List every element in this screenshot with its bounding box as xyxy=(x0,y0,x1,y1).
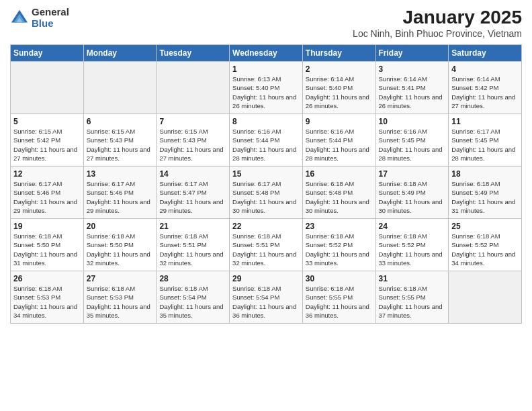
day-number: 26 xyxy=(13,274,81,283)
day-number: 9 xyxy=(306,117,373,126)
table-row: 31Sunrise: 6:18 AM Sunset: 5:55 PM Dayli… xyxy=(375,271,449,324)
calendar-header-row: Sunday Monday Tuesday Wednesday Thursday… xyxy=(11,45,522,62)
table-row: 12Sunrise: 6:17 AM Sunset: 5:46 PM Dayli… xyxy=(11,167,84,219)
header-monday: Monday xyxy=(83,45,157,62)
table-row: 4Sunrise: 6:14 AM Sunset: 5:42 PM Daylig… xyxy=(449,62,522,114)
day-number: 18 xyxy=(451,169,519,179)
day-detail: Sunrise: 6:17 AM Sunset: 5:46 PM Dayligh… xyxy=(87,179,154,215)
table-row: 3Sunrise: 6:14 AM Sunset: 5:41 PM Daylig… xyxy=(375,62,449,114)
day-detail: Sunrise: 6:14 AM Sunset: 5:42 PM Dayligh… xyxy=(451,75,519,110)
table-row: 5Sunrise: 6:15 AM Sunset: 5:42 PM Daylig… xyxy=(11,114,84,167)
day-number: 15 xyxy=(232,169,300,179)
table-row: 16Sunrise: 6:18 AM Sunset: 5:48 PM Dayli… xyxy=(302,167,375,219)
table-row xyxy=(449,271,522,324)
day-number: 19 xyxy=(13,222,81,231)
table-row: 1Sunrise: 6:13 AM Sunset: 5:40 PM Daylig… xyxy=(230,62,303,114)
table-row: 29Sunrise: 6:18 AM Sunset: 5:54 PM Dayli… xyxy=(230,271,303,324)
header-thursday: Thursday xyxy=(302,45,375,62)
table-row: 2Sunrise: 6:14 AM Sunset: 5:40 PM Daylig… xyxy=(302,62,375,114)
day-number: 23 xyxy=(306,222,373,231)
day-detail: Sunrise: 6:18 AM Sunset: 5:51 PM Dayligh… xyxy=(232,232,300,267)
table-row: 13Sunrise: 6:17 AM Sunset: 5:46 PM Dayli… xyxy=(83,167,157,219)
day-number: 31 xyxy=(379,274,446,283)
day-number: 30 xyxy=(306,274,373,283)
header-sunday: Sunday xyxy=(11,45,84,62)
calendar-week-row: 26Sunrise: 6:18 AM Sunset: 5:53 PM Dayli… xyxy=(11,271,522,324)
table-row xyxy=(157,62,230,114)
day-detail: Sunrise: 6:15 AM Sunset: 5:42 PM Dayligh… xyxy=(13,127,81,163)
header-saturday: Saturday xyxy=(449,45,522,62)
day-number: 12 xyxy=(13,169,81,179)
day-detail: Sunrise: 6:18 AM Sunset: 5:51 PM Dayligh… xyxy=(159,232,226,267)
day-detail: Sunrise: 6:15 AM Sunset: 5:43 PM Dayligh… xyxy=(159,127,226,163)
day-number: 1 xyxy=(232,64,300,74)
header-tuesday: Tuesday xyxy=(157,45,230,62)
day-number: 27 xyxy=(87,274,154,283)
table-row: 7Sunrise: 6:15 AM Sunset: 5:43 PM Daylig… xyxy=(157,114,230,167)
day-number: 14 xyxy=(159,169,226,179)
day-number: 17 xyxy=(379,169,446,179)
table-row: 10Sunrise: 6:16 AM Sunset: 5:45 PM Dayli… xyxy=(375,114,449,167)
calendar-week-row: 1Sunrise: 6:13 AM Sunset: 5:40 PM Daylig… xyxy=(11,62,522,114)
table-row: 8Sunrise: 6:16 AM Sunset: 5:44 PM Daylig… xyxy=(230,114,303,167)
day-number: 10 xyxy=(379,117,446,126)
calendar-table: Sunday Monday Tuesday Wednesday Thursday… xyxy=(10,44,522,324)
table-row: 9Sunrise: 6:16 AM Sunset: 5:44 PM Daylig… xyxy=(302,114,375,167)
day-detail: Sunrise: 6:18 AM Sunset: 5:54 PM Dayligh… xyxy=(159,284,226,320)
day-detail: Sunrise: 6:18 AM Sunset: 5:53 PM Dayligh… xyxy=(87,284,154,320)
day-detail: Sunrise: 6:18 AM Sunset: 5:48 PM Dayligh… xyxy=(306,179,373,215)
day-detail: Sunrise: 6:18 AM Sunset: 5:53 PM Dayligh… xyxy=(13,284,81,320)
table-row: 27Sunrise: 6:18 AM Sunset: 5:53 PM Dayli… xyxy=(83,271,157,324)
table-row: 25Sunrise: 6:18 AM Sunset: 5:52 PM Dayli… xyxy=(449,219,522,271)
day-detail: Sunrise: 6:18 AM Sunset: 5:50 PM Dayligh… xyxy=(13,232,81,267)
day-number: 21 xyxy=(159,222,226,231)
day-detail: Sunrise: 6:18 AM Sunset: 5:52 PM Dayligh… xyxy=(379,232,446,267)
day-number: 16 xyxy=(306,169,373,179)
page: General Blue January 2025 Loc Ninh, Binh… xyxy=(0,0,532,411)
day-detail: Sunrise: 6:13 AM Sunset: 5:40 PM Dayligh… xyxy=(232,75,300,110)
day-detail: Sunrise: 6:17 AM Sunset: 5:46 PM Dayligh… xyxy=(13,179,81,215)
header-friday: Friday xyxy=(375,45,449,62)
logo-icon xyxy=(10,9,29,28)
day-detail: Sunrise: 6:18 AM Sunset: 5:55 PM Dayligh… xyxy=(306,284,373,320)
calendar-week-row: 19Sunrise: 6:18 AM Sunset: 5:50 PM Dayli… xyxy=(11,219,522,271)
table-row xyxy=(11,62,84,114)
day-detail: Sunrise: 6:14 AM Sunset: 5:41 PM Dayligh… xyxy=(379,75,446,110)
day-number: 29 xyxy=(232,274,300,283)
table-row: 28Sunrise: 6:18 AM Sunset: 5:54 PM Dayli… xyxy=(157,271,230,324)
day-detail: Sunrise: 6:18 AM Sunset: 5:49 PM Dayligh… xyxy=(451,179,519,215)
table-row: 18Sunrise: 6:18 AM Sunset: 5:49 PM Dayli… xyxy=(449,167,522,219)
day-number: 25 xyxy=(451,222,519,231)
day-number: 20 xyxy=(87,222,154,231)
day-detail: Sunrise: 6:17 AM Sunset: 5:45 PM Dayligh… xyxy=(451,127,519,163)
day-detail: Sunrise: 6:17 AM Sunset: 5:48 PM Dayligh… xyxy=(232,179,300,215)
day-detail: Sunrise: 6:14 AM Sunset: 5:40 PM Dayligh… xyxy=(306,75,373,110)
day-number: 8 xyxy=(232,117,300,126)
day-detail: Sunrise: 6:18 AM Sunset: 5:49 PM Dayligh… xyxy=(379,179,446,215)
day-detail: Sunrise: 6:16 AM Sunset: 5:45 PM Dayligh… xyxy=(379,127,446,163)
day-number: 28 xyxy=(159,274,226,283)
day-number: 24 xyxy=(379,222,446,231)
table-row: 20Sunrise: 6:18 AM Sunset: 5:50 PM Dayli… xyxy=(83,219,157,271)
day-number: 6 xyxy=(87,117,154,126)
logo-text: General Blue xyxy=(32,7,69,29)
day-detail: Sunrise: 6:18 AM Sunset: 5:54 PM Dayligh… xyxy=(232,284,300,320)
table-row: 19Sunrise: 6:18 AM Sunset: 5:50 PM Dayli… xyxy=(11,219,84,271)
calendar-title: January 2025 xyxy=(353,7,522,28)
day-number: 4 xyxy=(451,64,519,74)
table-row xyxy=(83,62,157,114)
table-row: 6Sunrise: 6:15 AM Sunset: 5:43 PM Daylig… xyxy=(83,114,157,167)
day-detail: Sunrise: 6:16 AM Sunset: 5:44 PM Dayligh… xyxy=(232,127,300,163)
day-detail: Sunrise: 6:18 AM Sunset: 5:55 PM Dayligh… xyxy=(379,284,446,320)
day-detail: Sunrise: 6:18 AM Sunset: 5:52 PM Dayligh… xyxy=(306,232,373,267)
table-row: 23Sunrise: 6:18 AM Sunset: 5:52 PM Dayli… xyxy=(302,219,375,271)
day-number: 2 xyxy=(306,64,373,74)
day-detail: Sunrise: 6:16 AM Sunset: 5:44 PM Dayligh… xyxy=(306,127,373,163)
table-row: 21Sunrise: 6:18 AM Sunset: 5:51 PM Dayli… xyxy=(157,219,230,271)
day-detail: Sunrise: 6:18 AM Sunset: 5:50 PM Dayligh… xyxy=(87,232,154,267)
table-row: 30Sunrise: 6:18 AM Sunset: 5:55 PM Dayli… xyxy=(302,271,375,324)
logo-general: General xyxy=(32,7,69,18)
logo: General Blue xyxy=(10,7,69,29)
day-number: 5 xyxy=(13,117,81,126)
day-number: 7 xyxy=(159,117,226,126)
